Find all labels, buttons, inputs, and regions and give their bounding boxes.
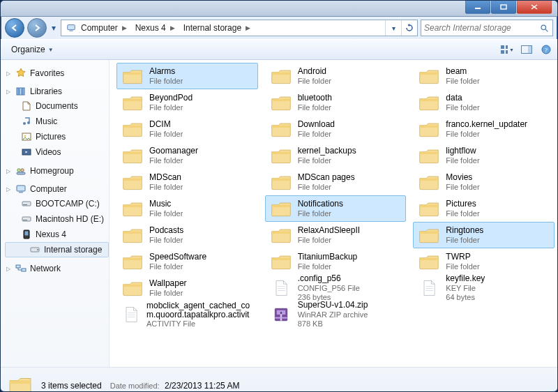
- file-type: File folder: [446, 156, 479, 165]
- file-type: File folder: [149, 103, 193, 112]
- chevron-right-icon: ▶: [122, 24, 127, 31]
- file-item[interactable]: DCIMFile folder: [116, 116, 258, 142]
- svg-rect-37: [16, 265, 20, 268]
- sidebar-library-item[interactable]: Documents: [5, 98, 109, 114]
- file-item[interactable]: WallpaperFile folder: [116, 275, 258, 301]
- sidebar-drive-item[interactable]: Macintosh HD (E:): [5, 211, 109, 227]
- file-item[interactable]: PicturesFile folder: [413, 195, 555, 222]
- preview-pane-button[interactable]: [520, 43, 534, 56]
- breadcrumb-computer[interactable]: Computer ▶: [61, 20, 131, 36]
- svg-rect-28: [19, 192, 23, 193]
- sidebar-computer[interactable]: ▷ Computer: [5, 182, 109, 196]
- file-item[interactable]: kernel_backupsFile folder: [265, 142, 407, 169]
- breadcrumb-internal-storage[interactable]: Internal storage ▶: [179, 20, 255, 36]
- file-item[interactable]: MDScanFile folder: [116, 169, 258, 195]
- folder-icon: [418, 65, 440, 87]
- file-icon: [121, 303, 141, 326]
- file-item[interactable]: AndroidFile folder: [265, 63, 407, 89]
- file-item[interactable]: NotificationsFile folder: [265, 195, 407, 222]
- sidebar-drive-item[interactable]: BOOTCAMP (C:): [5, 196, 109, 211]
- file-type: ACTIVITY File: [146, 319, 253, 329]
- file-item[interactable]: SpeedSoftwareFile folder: [116, 248, 258, 275]
- sidebar-library-item[interactable]: Music: [5, 114, 109, 129]
- svg-rect-32: [23, 220, 27, 220]
- organize-button[interactable]: Organize ▼: [5, 42, 60, 57]
- close-button[interactable]: [517, 1, 552, 14]
- sidebar-library-item[interactable]: Videos: [5, 144, 109, 160]
- svg-text:?: ?: [545, 47, 548, 54]
- refresh-button[interactable]: [401, 20, 417, 36]
- nav-history-dropdown[interactable]: ▾: [50, 23, 58, 33]
- folder-icon: [418, 118, 440, 140]
- forward-button[interactable]: [27, 18, 47, 38]
- sidebar-library-item[interactable]: Pictures: [5, 129, 109, 144]
- file-item[interactable]: .config_p56CONFIG_P56 File236 bytes: [265, 275, 407, 301]
- file-item[interactable]: mobclick_agent_cached_com.quoord.tapatal…: [116, 301, 258, 328]
- file-item[interactable]: bluetoothFile folder: [265, 89, 407, 116]
- file-item[interactable]: PodcastsFile folder: [116, 222, 258, 248]
- file-item[interactable]: lightflowFile folder: [413, 142, 555, 169]
- file-item[interactable]: AlarmsFile folder: [116, 63, 258, 89]
- file-item[interactable]: GoomanagerFile folder: [116, 142, 258, 169]
- svg-rect-5: [69, 31, 73, 31]
- details-mod-label: Date modified:: [110, 382, 160, 390]
- file-type: File folder: [446, 183, 479, 192]
- file-item[interactable]: BeyondPodFile folder: [116, 89, 258, 116]
- sidebar-drive-item[interactable]: Nexus 4: [5, 227, 109, 242]
- maximize-button[interactable]: [491, 1, 516, 14]
- sidebar-label: Homegroup: [30, 166, 74, 176]
- collapse-icon: ▷: [6, 70, 12, 77]
- folder-icon: [270, 171, 292, 193]
- file-list[interactable]: AlarmsFile folderAndroidFile folderbeamF…: [110, 60, 557, 367]
- sidebar-label: Network: [30, 264, 61, 273]
- drive-icon: [21, 229, 32, 240]
- file-item[interactable]: SuperSU-v1.04.zipWinRAR ZIP archive878 K…: [265, 301, 407, 328]
- file-name: Podcasts: [149, 226, 183, 236]
- file-type: File folder: [298, 77, 331, 86]
- sidebar-libraries[interactable]: ▷ Libraries: [5, 84, 109, 98]
- file-name: Goomanager: [149, 146, 198, 156]
- sidebar-label: Nexus 4: [36, 229, 66, 239]
- file-item[interactable]: franco.kernel_updaterFile folder: [413, 116, 555, 142]
- breadcrumb-nexus4[interactable]: Nexus 4 ▶: [131, 20, 179, 36]
- sidebar-label: Macintosh HD (E:): [36, 214, 104, 224]
- file-icon: [270, 277, 292, 299]
- minimize-button[interactable]: [465, 1, 490, 14]
- file-item[interactable]: RelaxAndSleepIIFile folder: [265, 222, 407, 248]
- file-item[interactable]: dataFile folder: [413, 89, 555, 116]
- file-item[interactable]: DownloadFile folder: [265, 116, 407, 142]
- chevron-down-icon: ▼: [48, 47, 54, 53]
- view-options-button[interactable]: ▼: [500, 43, 514, 56]
- svg-rect-18: [22, 88, 24, 95]
- folder-icon: [270, 250, 292, 273]
- file-name: Ringtones: [446, 226, 483, 236]
- file-name: TWRP: [446, 252, 479, 262]
- file-item[interactable]: TWRPFile folder: [413, 248, 555, 275]
- folder-icon: [270, 91, 292, 114]
- svg-point-25: [21, 169, 24, 172]
- help-button[interactable]: ?: [539, 43, 553, 56]
- sidebar-network[interactable]: ▷ Network: [5, 262, 109, 276]
- file-name: Android: [298, 67, 331, 77]
- file-item[interactable]: TitaniumBackupFile folder: [265, 248, 407, 275]
- folder-icon: [418, 224, 440, 246]
- sidebar-favorites[interactable]: ▷ Favorites: [5, 66, 109, 80]
- file-item[interactable]: MDScan pagesFile folder: [265, 169, 407, 195]
- file-item[interactable]: MusicFile folder: [116, 195, 258, 222]
- chevron-right-icon: ▶: [170, 24, 175, 31]
- file-item[interactable]: beamFile folder: [413, 63, 555, 89]
- file-name: franco.kernel_updater: [446, 120, 527, 130]
- folder-icon: [270, 118, 292, 140]
- svg-rect-1: [501, 5, 506, 9]
- titlebar[interactable]: [1, 1, 557, 17]
- address-dropdown[interactable]: ▾: [385, 20, 401, 36]
- sidebar-homegroup[interactable]: ▷ Homegroup: [5, 164, 109, 178]
- search-box[interactable]: Search Internal storage: [421, 20, 553, 36]
- address-bar[interactable]: Computer ▶ Nexus 4 ▶ Internal storage ▶ …: [61, 20, 418, 36]
- file-name: Wallpaper: [149, 279, 187, 289]
- back-button[interactable]: [5, 18, 24, 38]
- file-item[interactable]: MoviesFile folder: [413, 169, 555, 195]
- sidebar-internal-storage[interactable]: Internal storage: [5, 242, 109, 257]
- file-item[interactable]: RingtonesFile folder: [413, 222, 555, 248]
- file-item[interactable]: keyfile.keyKEY File64 bytes: [413, 275, 555, 301]
